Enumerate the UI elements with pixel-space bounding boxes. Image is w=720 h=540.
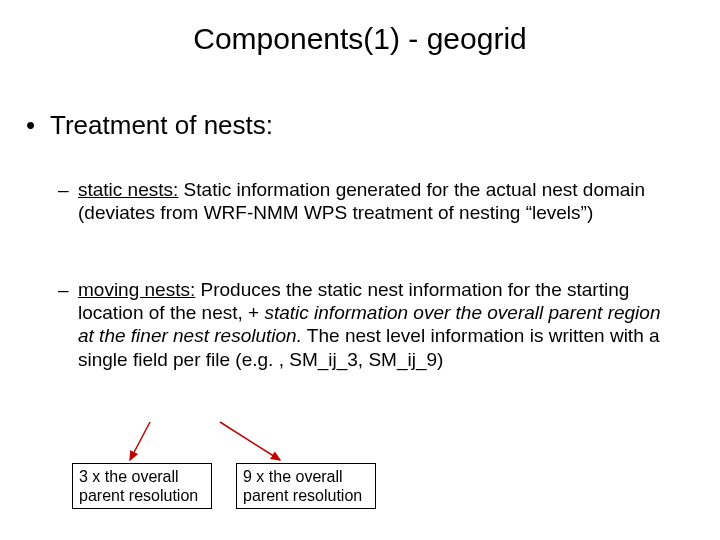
bullet-dot: • (26, 110, 50, 141)
sub-bullet-moving: – moving nests: Produces the static nest… (78, 278, 668, 371)
sub-bullet-static: – static nests: Static information gener… (78, 178, 648, 224)
dash-icon: – (58, 178, 69, 201)
svg-line-0 (130, 422, 150, 460)
bullet-text: Treatment of nests: (50, 110, 273, 140)
svg-line-1 (220, 422, 280, 460)
bullet-treatment: •Treatment of nests: (26, 110, 273, 141)
page-title: Components(1) - geogrid (0, 22, 720, 56)
dash-icon: – (58, 278, 69, 301)
moving-label: moving nests: (78, 279, 195, 300)
callout-box-9x: 9 x the overall parent resolution (236, 463, 376, 509)
static-label: static nests: (78, 179, 178, 200)
callout-box-3x: 3 x the overall parent resolution (72, 463, 212, 509)
